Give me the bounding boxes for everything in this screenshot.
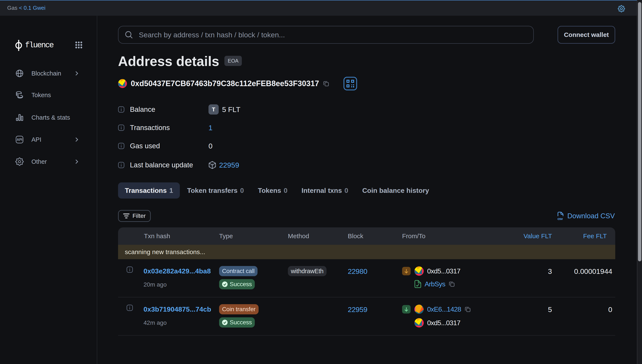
svg-text:API: API: [17, 138, 22, 142]
svg-text:csv: csv: [557, 217, 563, 220]
